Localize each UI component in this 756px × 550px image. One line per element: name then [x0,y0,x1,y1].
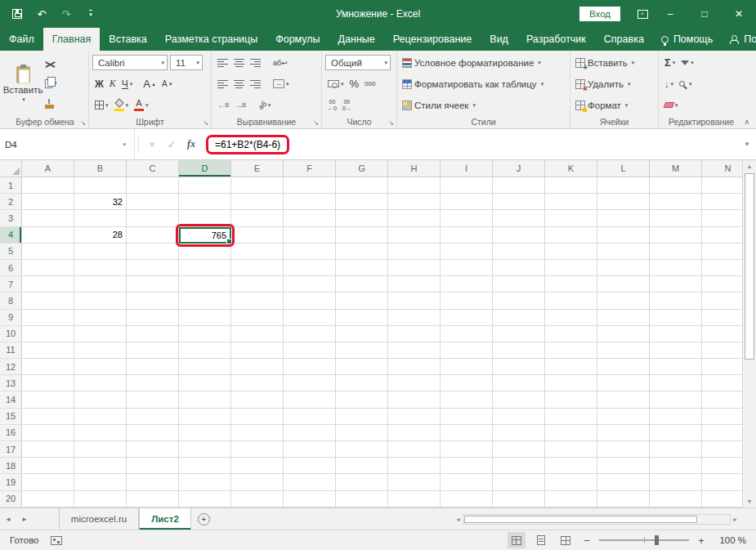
cell-K15[interactable] [545,409,597,425]
cell-styles-button[interactable]: Стили ячеек ▾ [399,96,568,114]
sheet-tab-Лист2[interactable]: Лист2 [139,508,191,530]
cell-C13[interactable] [127,375,179,391]
row-header-8[interactable]: 8 [0,293,22,309]
cell-I10[interactable] [441,326,493,342]
conditional-formatting-button[interactable]: Условное форматирование ▾ [399,53,568,72]
cell-L12[interactable] [597,359,650,375]
cell-A19[interactable] [22,474,74,490]
cell-D7[interactable] [179,276,231,293]
cell-I12[interactable] [441,359,493,375]
cell-F2[interactable] [284,194,336,210]
cell-M17[interactable] [650,441,702,458]
cell-I8[interactable] [441,293,493,309]
cell-D16[interactable] [179,425,231,441]
cell-D5[interactable] [179,244,231,260]
font-name-combobox[interactable]: Calibri ▾ [92,55,168,70]
cell-E17[interactable] [231,441,284,458]
font-size-combobox[interactable]: 11 ▾ [170,55,203,70]
column-header-K[interactable]: K [545,160,597,177]
cell-L19[interactable] [597,474,650,490]
copy-button[interactable]: ▾ [42,78,60,90]
cell-H18[interactable] [388,458,441,474]
cell-L4[interactable] [597,227,650,244]
cell-A1[interactable] [22,177,74,194]
new-sheet-button[interactable]: + [198,513,210,525]
cell-M20[interactable] [650,491,702,508]
font-dialog-launcher[interactable]: ↘ [203,119,208,127]
cell-F4[interactable] [284,227,336,244]
cell-J8[interactable] [493,293,545,309]
cell-H17[interactable] [388,441,441,458]
cell-J17[interactable] [493,441,545,458]
row-header-13[interactable]: 13 [0,375,22,391]
cell-L1[interactable] [597,177,650,194]
cell-H3[interactable] [388,210,441,226]
cell-K5[interactable] [545,244,597,260]
cell-N4[interactable] [702,227,742,244]
row-header-1[interactable]: 1 [0,177,22,194]
cell-B3[interactable] [74,210,127,226]
cell-F16[interactable] [284,425,336,441]
cell-K10[interactable] [545,326,597,342]
enter-entry-button[interactable]: ✓ [162,139,181,150]
vertical-scrollbar-thumb[interactable] [745,173,754,360]
cell-L15[interactable] [597,409,650,425]
cell-B10[interactable] [74,326,127,342]
cell-F7[interactable] [284,276,336,293]
cell-G6[interactable] [336,260,388,276]
cell-A5[interactable] [22,244,74,260]
decrease-font-button[interactable]: А▼ [159,78,176,90]
cell-H14[interactable] [388,391,441,408]
column-header-D[interactable]: D [179,160,231,177]
vertical-scrollbar-track[interactable] [743,172,756,495]
cell-F8[interactable] [284,293,336,309]
cell-J18[interactable] [493,458,545,474]
tab-formulas[interactable]: Формулы [266,28,329,51]
cell-K3[interactable] [545,210,597,226]
cell-F20[interactable] [284,491,336,508]
cell-N15[interactable] [702,409,742,425]
cell-C20[interactable] [127,491,179,508]
cell-M18[interactable] [650,458,702,474]
cell-B2[interactable]: 32 [74,194,127,210]
save-button[interactable] [7,3,28,25]
cell-A16[interactable] [22,425,74,441]
cell-G5[interactable] [336,244,388,260]
zoom-level[interactable]: 100 % [714,535,746,545]
cell-E15[interactable] [231,409,284,425]
column-header-J[interactable]: J [493,160,545,177]
cell-F18[interactable] [284,458,336,474]
cell-G12[interactable] [336,359,388,375]
comma-style-button[interactable]: 000 [362,78,378,89]
cell-J5[interactable] [493,244,545,260]
sheet-nav-left-button[interactable]: ◄ [0,508,16,530]
scroll-left-button[interactable]: ◄ [454,513,463,525]
cell-A13[interactable] [22,375,74,391]
cell-C11[interactable] [127,342,179,359]
cell-L13[interactable] [597,375,650,391]
column-header-L[interactable]: L [597,160,650,177]
name-box[interactable]: D4 ▾ [0,129,135,159]
cell-K17[interactable] [545,441,597,458]
cell-M16[interactable] [650,425,702,441]
cell-F6[interactable] [284,260,336,276]
italic-button[interactable]: К [107,76,119,92]
column-header-C[interactable]: C [127,160,179,177]
cell-M15[interactable] [650,409,702,425]
cell-K20[interactable] [545,491,597,508]
borders-button[interactable]: ▾ [92,99,111,111]
cell-G3[interactable] [336,210,388,226]
cell-E2[interactable] [231,194,284,210]
cell-G20[interactable] [336,491,388,508]
cell-N7[interactable] [702,276,742,293]
redo-button[interactable]: ↷ [56,3,77,25]
vertical-scrollbar[interactable]: ▲ ▼ [742,160,756,508]
cell-A17[interactable] [22,441,74,458]
align-left-button[interactable] [215,78,230,91]
cell-I18[interactable] [441,458,493,474]
align-right-button[interactable] [248,78,263,91]
cell-I4[interactable] [441,227,493,244]
cell-I9[interactable] [441,310,493,326]
scroll-right-button[interactable]: ► [731,513,740,525]
qat-customize-button[interactable]: ▾ [80,3,101,25]
